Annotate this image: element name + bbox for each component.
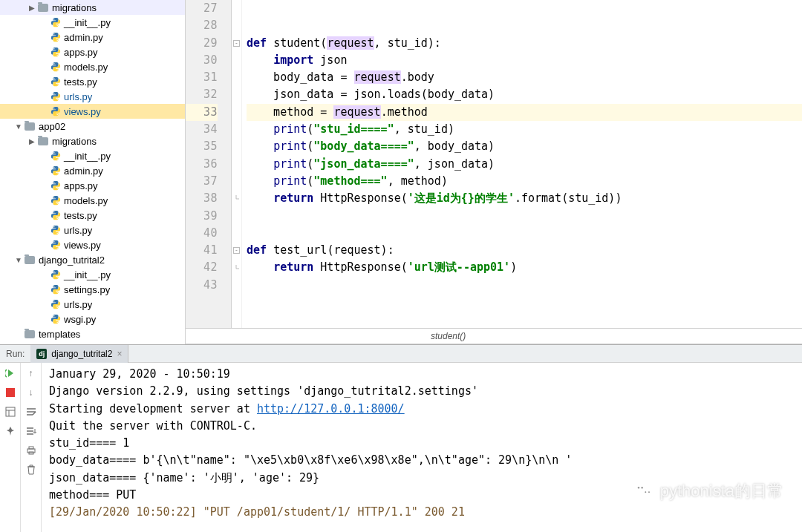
svg-point-0 [53,19,54,19]
folder-icon [38,137,48,145]
python-icon [50,62,61,72]
python-icon [50,284,61,295]
down-arrow-icon[interactable]: ↓ [25,387,37,398]
expand-arrow-icon[interactable]: ▶ [27,4,37,12]
run-tool-column-2: ↑ ↓ [21,363,42,532]
tree-item[interactable]: views.py [0,104,185,119]
tree-item-label: admin.py [64,165,103,177]
tree-item-label: apps.py [64,180,98,191]
python-icon [50,47,61,57]
tree-item[interactable]: tests.py [0,208,185,223]
tree-item-label: __init__.py [64,151,111,162]
tree-item-label: templates [39,329,80,340]
stop-button[interactable] [4,387,16,398]
run-label: Run: [0,349,30,359]
server-url-link[interactable]: http://127.0.0.1:8000/ [257,402,405,416]
python-icon [50,91,61,102]
run-tab[interactable]: dj django_tutrital2 × [30,345,128,363]
tree-item[interactable]: settings.py [0,282,185,297]
code-content[interactable]: def student(request, stu_id): import jso… [242,0,802,328]
trash-icon[interactable] [25,464,37,476]
expand-arrow-icon[interactable]: ▼ [13,122,24,131]
expand-arrow-icon[interactable]: ▼ [13,256,24,264]
folder-icon [25,256,35,264]
svg-point-8 [53,78,54,79]
print-icon[interactable] [25,444,37,456]
tree-item[interactable]: templates [0,326,185,341]
python-icon [50,151,61,161]
python-icon [50,180,61,191]
python-icon [50,165,61,176]
svg-point-14 [53,152,54,153]
tree-item-label: apps.py [64,47,98,58]
up-arrow-icon[interactable]: ↑ [25,367,37,379]
svg-point-25 [56,233,57,234]
rerun-button[interactable] [4,367,16,379]
svg-rect-47 [29,447,33,449]
tree-item[interactable]: apps.py [0,45,185,59]
tree-item[interactable]: apps.py [0,178,185,193]
expand-arrow-icon[interactable]: ▶ [27,137,37,145]
tree-item[interactable]: ▶migrations [0,134,185,148]
svg-point-11 [56,99,57,100]
fold-column[interactable]: -- [232,0,242,328]
scroll-icon[interactable] [25,425,37,437]
tree-item[interactable]: ▼app02 [0,119,185,134]
tree-item-label: __init__.py [64,269,111,280]
python-icon [50,225,61,235]
tree-item-label: urls.py [64,225,92,236]
tree-item[interactable]: wsgi.py [0,312,185,326]
svg-point-1 [56,25,57,26]
project-tree[interactable]: ▶migrations__init__.pyadmin.pyapps.pymod… [0,0,186,344]
tree-item[interactable]: views.py [0,237,185,252]
svg-point-10 [53,93,54,93]
layout-button[interactable] [4,406,16,418]
tree-item-label: settings.py [64,284,110,295]
svg-point-7 [56,70,57,70]
tree-item-label: urls.py [64,299,92,310]
tree-item[interactable]: admin.py [0,163,185,178]
tree-item[interactable]: admin.py [0,30,185,45]
tree-item[interactable]: __init__.py [0,148,185,163]
fold-end[interactable] [233,195,240,202]
folder-icon [38,4,48,12]
svg-point-24 [53,226,54,227]
tree-item[interactable]: __init__.py [0,15,185,30]
pin-button[interactable] [4,425,16,437]
fold-toggle[interactable]: - [233,40,240,47]
tree-item[interactable]: urls.py [0,223,185,237]
tree-item[interactable]: ▶migrations [0,0,185,15]
tree-item[interactable]: models.py [0,193,185,208]
svg-point-17 [56,174,57,174]
run-panel: Run: dj django_tutrital2 × ↑ ↓ [0,344,802,532]
svg-point-22 [53,211,54,212]
tree-item[interactable]: ▼django_tutrital2 [0,252,185,267]
breadcrumb[interactable]: student() [186,328,802,344]
svg-point-32 [53,301,54,301]
tree-item-label: tests.py [64,76,97,88]
run-tab-label: django_tutrital2 [51,349,112,359]
python-icon [50,195,61,206]
tree-item[interactable]: models.py [0,59,185,74]
close-icon[interactable]: × [117,349,122,359]
tree-item[interactable]: tests.py [0,74,185,89]
svg-point-28 [53,271,54,272]
tree-item-label: models.py [64,195,108,206]
tree-item[interactable]: urls.py [0,89,185,104]
tree-item[interactable]: __init__.py [0,267,185,282]
svg-rect-37 [6,407,15,416]
tree-item-label: views.py [64,106,101,117]
python-icon [50,299,61,309]
python-icon [50,210,61,220]
tree-item[interactable]: urls.py [0,297,185,312]
tree-item-label: migrations [52,136,97,147]
tree-item-label: tests.py [64,210,97,221]
console-output[interactable]: January 29, 2020 - 10:50:19Django versio… [42,363,802,532]
python-icon [50,240,61,250]
fold-end[interactable] [233,265,240,272]
tree-item-label: __init__.py [64,17,111,28]
python-icon [50,32,61,42]
fold-toggle[interactable]: - [233,247,240,254]
folder-icon [25,122,35,131]
wrap-icon[interactable] [25,406,37,418]
